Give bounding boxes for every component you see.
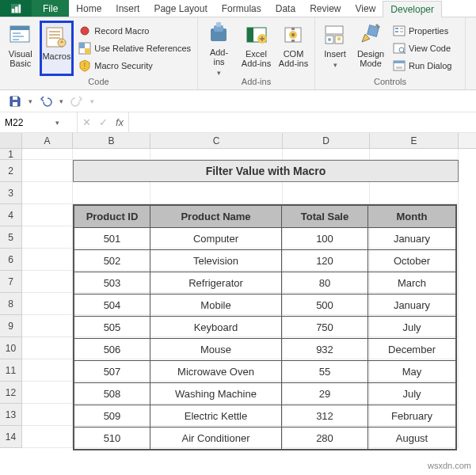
table-row: 508Washing Machine29July: [74, 383, 456, 405]
row-header[interactable]: 13: [0, 404, 22, 426]
tab-page-layout[interactable]: Page Layout: [147, 0, 214, 17]
svg-rect-28: [291, 28, 295, 30]
name-box-input[interactable]: [5, 117, 52, 128]
col-header[interactable]: C: [150, 133, 283, 148]
row-header[interactable]: 7: [0, 271, 22, 293]
macro-security-icon: !: [78, 59, 91, 72]
tab-home[interactable]: Home: [69, 0, 109, 17]
tab-insert[interactable]: Insert: [109, 0, 147, 17]
relative-refs-icon: [78, 42, 91, 55]
data-table: Product ID Product Name Total Sale Month…: [73, 204, 457, 450]
table-header[interactable]: Product ID: [74, 206, 150, 228]
qat-dropdown-icon[interactable]: ▾: [29, 97, 32, 105]
table-row: 507Microwave Oven55May: [74, 361, 456, 383]
excel-addins-button[interactable]: Excel Add-ins: [238, 21, 274, 76]
quick-access-toolbar: ▾ ▾ ▾: [0, 90, 476, 112]
properties-icon: [393, 25, 406, 37]
group-label-code: Code: [0, 77, 197, 89]
run-dialog-button[interactable]: Run Dialog: [390, 57, 455, 74]
svg-rect-5: [10, 26, 29, 30]
row-header[interactable]: 2: [0, 160, 22, 182]
svg-rect-17: [85, 48, 90, 54]
cancel-icon[interactable]: ✕: [82, 116, 91, 128]
addins-button[interactable]: Add- ins ▾: [201, 21, 237, 76]
formula-bar[interactable]: [129, 112, 476, 132]
undo-button[interactable]: [37, 93, 55, 110]
svg-rect-2: [15, 6, 18, 13]
use-relative-references-button[interactable]: Use Relative References: [75, 40, 194, 57]
fx-icon[interactable]: fx: [116, 116, 124, 128]
svg-rect-47: [13, 97, 17, 100]
svg-point-14: [81, 27, 89, 35]
col-header[interactable]: A: [22, 133, 73, 148]
row-header[interactable]: 9: [0, 315, 22, 337]
design-mode-button[interactable]: Design Mode: [353, 21, 388, 76]
design-mode-icon: [358, 22, 383, 48]
formula-buttons: ✕ ✓ fx: [78, 112, 129, 132]
macros-button[interactable]: Macros: [40, 21, 74, 76]
row-header[interactable]: 14: [0, 426, 22, 448]
undo-icon: [40, 95, 52, 108]
undo-dropdown-icon[interactable]: ▾: [59, 97, 63, 105]
table-header[interactable]: Total Sale: [282, 206, 368, 228]
tab-review[interactable]: Review: [303, 0, 348, 17]
run-dialog-icon: [393, 59, 406, 72]
app-corner: [0, 0, 32, 17]
com-addins-button[interactable]: COM Add-ins: [276, 21, 311, 76]
col-header[interactable]: B: [73, 133, 150, 148]
excel-addins-icon: [244, 22, 269, 48]
table-row: 502Television120October: [74, 250, 456, 272]
svg-rect-11: [49, 34, 60, 36]
sheet-title-cell[interactable]: Filter Value with Macro: [73, 160, 459, 182]
save-button[interactable]: [6, 93, 24, 110]
cells-area[interactable]: Filter Value with Macro Product ID Produ…: [22, 149, 459, 448]
svg-rect-44: [394, 61, 405, 63]
redo-dropdown-icon[interactable]: ▾: [90, 97, 94, 105]
row-header[interactable]: 11: [0, 359, 22, 382]
svg-rect-46: [13, 102, 17, 106]
select-all-corner[interactable]: [0, 133, 22, 148]
svg-point-33: [328, 38, 331, 41]
row-header[interactable]: 8: [0, 293, 22, 315]
tab-developer[interactable]: Developer: [383, 1, 442, 17]
table-row: 505Keyboard750July: [74, 317, 456, 339]
row-header[interactable]: 3: [0, 182, 22, 204]
col-header[interactable]: E: [370, 133, 459, 148]
row-header[interactable]: 6: [0, 249, 22, 271]
svg-rect-37: [395, 28, 398, 29]
svg-rect-45: [396, 66, 402, 69]
redo-button[interactable]: [68, 93, 86, 110]
svg-point-27: [291, 33, 295, 36]
record-macro-button[interactable]: Record Macro: [75, 22, 194, 40]
svg-rect-1: [12, 9, 15, 13]
tab-file[interactable]: File: [32, 0, 69, 17]
ribbon-group-controls: Insert ▾ Design Mode Properties View Cod…: [315, 17, 466, 89]
row-header[interactable]: 12: [0, 382, 22, 404]
visual-basic-label: Visual Basic: [9, 49, 32, 68]
macro-security-button[interactable]: ! Macro Security: [75, 57, 194, 74]
col-header[interactable]: D: [283, 133, 370, 148]
insert-button[interactable]: Insert ▾: [318, 21, 352, 76]
formula-input[interactable]: [134, 117, 471, 128]
addins-icon: [207, 22, 232, 46]
properties-button[interactable]: Properties: [390, 22, 455, 40]
macros-label: Macros: [42, 51, 70, 61]
table-header[interactable]: Product Name: [150, 206, 282, 228]
chevron-down-icon[interactable]: ▾: [55, 119, 59, 127]
view-code-button[interactable]: View Code: [390, 40, 455, 57]
table-row: 504Mobile500January: [74, 294, 456, 317]
row-header[interactable]: 5: [0, 226, 22, 249]
row-header[interactable]: 10: [0, 337, 22, 359]
name-box[interactable]: ▾: [0, 112, 78, 132]
row-header[interactable]: 4: [0, 204, 22, 226]
tab-formulas[interactable]: Formulas: [215, 0, 268, 17]
svg-rect-40: [400, 31, 403, 32]
tab-view[interactable]: View: [348, 0, 383, 17]
enter-icon[interactable]: ✓: [99, 116, 108, 128]
row-header[interactable]: 1: [0, 149, 22, 160]
table-header[interactable]: Month: [368, 206, 456, 228]
insert-icon: [322, 22, 348, 48]
row-headers: 1 2 3 4 5 6 7 8 9 10 11 12 13 14: [0, 149, 22, 448]
visual-basic-button[interactable]: Visual Basic: [3, 21, 38, 76]
tab-data[interactable]: Data: [268, 0, 303, 17]
